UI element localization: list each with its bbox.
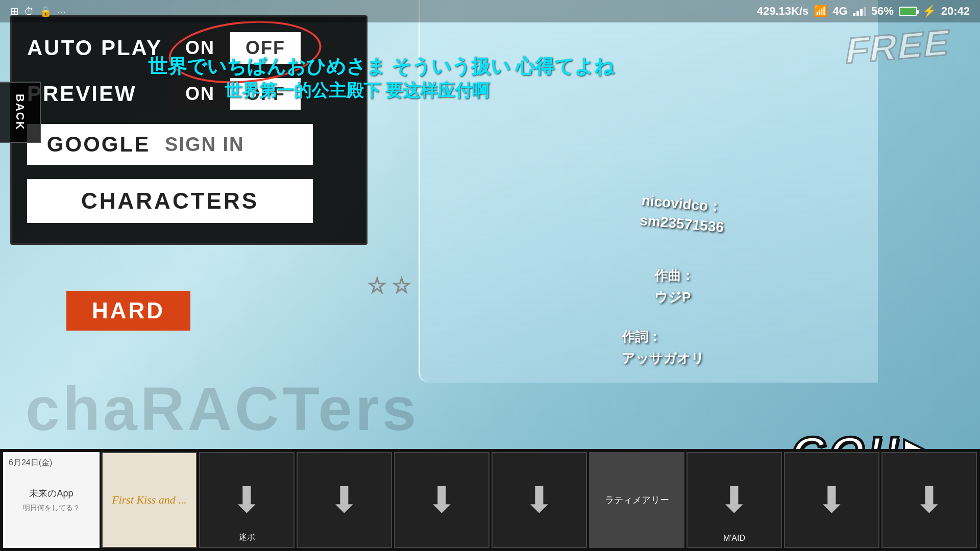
subtitle-line1: 世界でいちばんおひめさま そういう扱い 心得てよね (148, 54, 614, 80)
nico-info: nicovidco： sm23571536 (639, 190, 726, 237)
grid-icon: ⊞ (10, 5, 19, 17)
characters-button[interactable]: CHARACTERS (27, 179, 313, 223)
thumb-label-2: 迷ボ (200, 532, 293, 543)
characters-row: CHARACTERS (27, 179, 351, 223)
thumb-item-9[interactable]: ⬇ (881, 452, 977, 548)
lock-icon: 🔒 (39, 5, 52, 17)
preview-label: PREVIEW (27, 82, 170, 106)
download-icon-3: ⬇ (329, 479, 359, 521)
google-signin-button[interactable]: GOOGLE SIGN IN (27, 124, 313, 165)
download-icon-4: ⬇ (427, 479, 457, 521)
google-label: GOOGLE (42, 132, 155, 157)
status-right: 429.13K/s 📶 4G 56% ⚡ 20:42 (757, 5, 970, 18)
free-logo-text: FREE (843, 21, 954, 71)
thumb-label-6: ラティメアリー (601, 490, 673, 510)
thumb-item-5[interactable]: ⬇ (492, 452, 587, 548)
battery-icon (899, 7, 917, 16)
charge-icon: ⚡ (922, 5, 936, 18)
thumb-item-8[interactable]: ⬇ (784, 452, 879, 548)
back-tab[interactable]: BACK (0, 82, 41, 143)
speed-indicator: 429.13K/s (757, 5, 809, 18)
thumb-sublabel: 明日何をしてる？ (23, 504, 80, 513)
thumb-item-4[interactable]: ⬇ (394, 452, 489, 548)
free-logo: FREE (847, 26, 949, 67)
status-left: ⊞ ⏱ 🔒 ··· (10, 5, 66, 17)
top-left-icons: ⊞ ⏱ 🔒 ··· (10, 5, 66, 17)
lyricist-name: アッサガオリ (622, 348, 704, 369)
hard-difficulty-button[interactable]: HARD (66, 291, 190, 331)
network-type: 4G (832, 5, 847, 18)
thumb-item-3[interactable]: ⬇ (297, 452, 392, 548)
subtitle-line2: 世界第一的公主殿下 要这样应付啊 (225, 79, 489, 103)
lyricist-label: 作詞： (622, 327, 704, 348)
composer-label: 作曲： (654, 265, 694, 287)
signal-bars (853, 7, 866, 16)
thumb-active-content: 6月24日(金) 未来のApp 明日何をしてる？ (5, 454, 98, 546)
lyricist-info: 作詞： アッサガオリ (622, 327, 704, 369)
wifi-icon: 📶 (814, 5, 827, 18)
back-label: BACK (13, 94, 27, 131)
thumb-label-7: M'AID (688, 534, 781, 543)
bottom-strip: 6月24日(金) 未来のApp 明日何をしてる？ First Kiss and … (0, 449, 980, 551)
download-icon-8: ⬇ (817, 479, 847, 521)
clock-icon: ⏱ (24, 6, 34, 17)
download-icon-2: ⬇ (232, 479, 262, 521)
thumb-title-1: First Kiss and ... (108, 489, 191, 511)
download-icon-5: ⬇ (524, 479, 554, 521)
time-display: 20:42 (941, 5, 970, 18)
download-icon-7: ⬇ (719, 479, 749, 521)
characters-bg-text: chaRACTers (26, 373, 419, 444)
thumb-item-7[interactable]: ⬇ M'AID (687, 452, 782, 548)
thumb-item-0[interactable]: 6月24日(金) 未来のApp 明日何をしてる？ (3, 452, 100, 548)
characters-label: CHARACTERS (81, 188, 259, 213)
signin-label: SIGN IN (165, 134, 244, 156)
preview-on-button[interactable]: ON (170, 78, 230, 110)
star-1: ☆ (368, 273, 387, 298)
thumb-item-1[interactable]: First Kiss and ... (102, 452, 197, 548)
composer-info: 作曲： ウジP (654, 265, 694, 308)
thumb-item-2[interactable]: ⬇ 迷ボ (199, 452, 295, 548)
composer-name: ウジP (654, 287, 694, 308)
thumb-item-6[interactable]: ラティメアリー (589, 452, 684, 548)
download-icon-9: ⬇ (914, 479, 944, 521)
more-icon: ··· (57, 6, 66, 17)
settings-panel: AUTO PLAY ON OFF PREVIEW ON OFF GOOGLE S… (10, 15, 368, 245)
thumb-app-text: 未来のApp (29, 487, 73, 499)
battery-percent: 56% (871, 5, 894, 18)
status-bar: ⊞ ⏱ 🔒 ··· 429.13K/s 📶 4G 56% ⚡ 20:42 (0, 0, 980, 22)
google-signin-row: GOOGLE SIGN IN (27, 124, 351, 165)
stars-area: ☆ ☆ (368, 273, 411, 298)
thumb-date: 6月24日(金) (9, 458, 52, 468)
star-2: ☆ (392, 273, 411, 298)
